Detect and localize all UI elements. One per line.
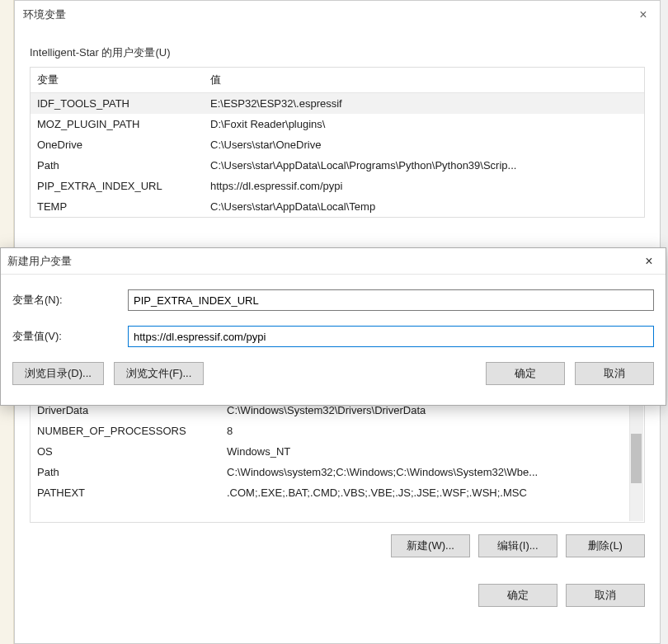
user-variables-group: Intelligent-Star 的用户变量(U) 变量 值 IDF_TOOLS… [30, 45, 645, 218]
variable-name-input[interactable] [128, 289, 654, 311]
scrollbar[interactable] [629, 401, 643, 521]
cell-variable: OS [31, 443, 220, 460]
dialog-titlebar: 环境变量 × [15, 1, 660, 29]
cell-value: C:\Users\star\AppData\Local\Programs\Pyt… [204, 157, 644, 174]
cell-variable: IDF_TOOLS_PATH [31, 95, 204, 112]
column-header-variable[interactable]: 变量 [31, 68, 204, 92]
cell-variable: PIP_EXTRA_INDEX_URL [31, 177, 204, 195]
table-row[interactable]: NUMBER_OF_PROCESSORS8 [31, 421, 629, 441]
dialog2-button-row: 浏览目录(D)... 浏览文件(F)... 确定 取消 [12, 362, 654, 385]
scrollbar-thumb[interactable] [631, 434, 642, 483]
edit-button[interactable]: 编辑(I)... [478, 534, 557, 557]
cell-variable: OneDrive [31, 136, 204, 153]
cell-variable: MOZ_PLUGIN_PATH [31, 115, 204, 133]
cancel-button[interactable]: 取消 [575, 362, 654, 385]
new-user-variable-dialog: 新建用户变量 × 变量名(N): 变量值(V): 浏览目录(D)... 浏览文件… [0, 247, 666, 406]
system-variables-table[interactable]: DriverDataC:\Windows\System32\Drivers\Dr… [30, 399, 645, 523]
table-row[interactable]: IDF_TOOLS_PATHE:\ESP32\ESP32\.espressif [31, 93, 644, 114]
cell-value: .COM;.EXE;.BAT;.CMD;.VBS;.VBE;.JS;.JSE;.… [220, 484, 629, 501]
delete-button[interactable]: 删除(L) [566, 534, 645, 557]
cell-variable: Path [31, 463, 220, 481]
cell-variable: PATHEXT [31, 484, 220, 501]
system-vars-button-row: 新建(W)... 编辑(I)... 删除(L) [15, 534, 645, 557]
table-row[interactable]: TEMPC:\Users\star\AppData\Local\Temp [31, 196, 644, 217]
table-row[interactable]: PathC:\Windows\system32;C:\Windows;C:\Wi… [31, 462, 629, 482]
cell-variable: Path [31, 157, 204, 174]
dialog-bottom-buttons: 确定 取消 [15, 584, 645, 607]
cell-variable: TEMP [31, 198, 204, 215]
cell-value: E:\ESP32\ESP32\.espressif [204, 95, 644, 112]
cell-value: C:\Users\star\OneDrive [204, 136, 644, 153]
dialog2-title: 新建用户变量 [7, 254, 72, 269]
table-row[interactable]: PathC:\Users\star\AppData\Local\Programs… [31, 155, 644, 176]
cell-value: C:\Users\star\AppData\Local\Temp [204, 198, 644, 215]
table-header: 变量 值 [31, 68, 644, 93]
variable-value-input[interactable] [128, 326, 654, 347]
new-button[interactable]: 新建(W)... [391, 534, 470, 557]
table-row[interactable]: MOZ_PLUGIN_PATHD:\Foxit Reader\plugins\ [31, 114, 644, 134]
close-icon[interactable]: × [627, 7, 660, 22]
dialog2-titlebar: 新建用户变量 × [1, 248, 666, 275]
table-row[interactable]: PIP_EXTRA_INDEX_URLhttps://dl.espressif.… [31, 176, 644, 196]
browse-file-button[interactable]: 浏览文件(F)... [114, 362, 204, 385]
ok-button[interactable]: 确定 [486, 362, 565, 385]
cancel-button[interactable]: 取消 [566, 584, 645, 607]
user-variables-label: Intelligent-Star 的用户变量(U) [30, 45, 645, 60]
cell-value: D:\Foxit Reader\plugins\ [204, 115, 644, 133]
table-row[interactable]: OSWindows_NT [31, 441, 629, 462]
cell-value: 8 [220, 422, 629, 440]
ok-button[interactable]: 确定 [478, 584, 557, 607]
variable-value-label: 变量值(V): [12, 329, 128, 344]
variable-value-row: 变量值(V): [12, 326, 654, 347]
browse-directory-button[interactable]: 浏览目录(D)... [12, 362, 104, 385]
column-header-value[interactable]: 值 [204, 68, 644, 92]
cell-variable: NUMBER_OF_PROCESSORS [31, 422, 220, 440]
close-icon[interactable]: × [633, 254, 666, 269]
cell-value: Windows_NT [220, 443, 629, 460]
cell-value: C:\Windows\system32;C:\Windows;C:\Window… [220, 463, 629, 481]
cell-value: https://dl.espressif.com/pypi [204, 177, 644, 195]
user-variables-table[interactable]: 变量 值 IDF_TOOLS_PATHE:\ESP32\ESP32\.espre… [30, 67, 645, 218]
table-row[interactable]: OneDriveC:\Users\star\OneDrive [31, 134, 644, 155]
table-row[interactable]: PATHEXT.COM;.EXE;.BAT;.CMD;.VBS;.VBE;.JS… [31, 482, 629, 503]
variable-name-row: 变量名(N): [12, 289, 654, 311]
variable-name-label: 变量名(N): [12, 293, 128, 308]
dialog-title: 环境变量 [23, 7, 66, 22]
